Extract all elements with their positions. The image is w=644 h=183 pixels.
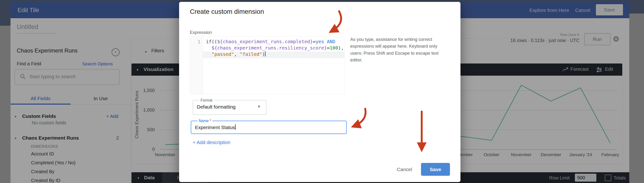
add-description-link[interactable]: + Add description [193, 140, 230, 145]
name-value: Experiment Status [195, 124, 236, 130]
editor-gutter [190, 37, 203, 94]
format-label: Format [199, 98, 214, 102]
modal-save-button[interactable]: Save [421, 163, 450, 176]
format-select[interactable]: Format Default formatting ▼ [193, 100, 266, 115]
text-cursor [235, 124, 236, 130]
expression-code[interactable]: if((${chaos_experiment_runs.completed}=y… [206, 38, 344, 58]
modal-cancel-button[interactable]: Cancel [388, 167, 421, 172]
modal-title: Create custom dimension [190, 8, 264, 16]
screenshot-stage: Edit Tile Explore from Here Cancel Save … [0, 0, 644, 183]
name-label: Name * [197, 119, 212, 123]
expression-label: Expression [190, 30, 212, 35]
create-custom-dimension-modal: Create custom dimension Expression 1 if(… [179, 2, 460, 182]
name-field[interactable]: Name * Experiment Status [191, 121, 347, 134]
required-asterisk: * [210, 119, 211, 123]
expression-editor[interactable]: 1 if((${chaos_experiment_runs.completed}… [190, 36, 345, 94]
editor-line-number: 1 [190, 39, 200, 44]
format-value: Default formatting [197, 104, 236, 110]
format-dropdown-caret-icon[interactable]: ▼ [257, 104, 261, 109]
expression-helper-text: As you type, assistance for writing corr… [350, 36, 442, 64]
